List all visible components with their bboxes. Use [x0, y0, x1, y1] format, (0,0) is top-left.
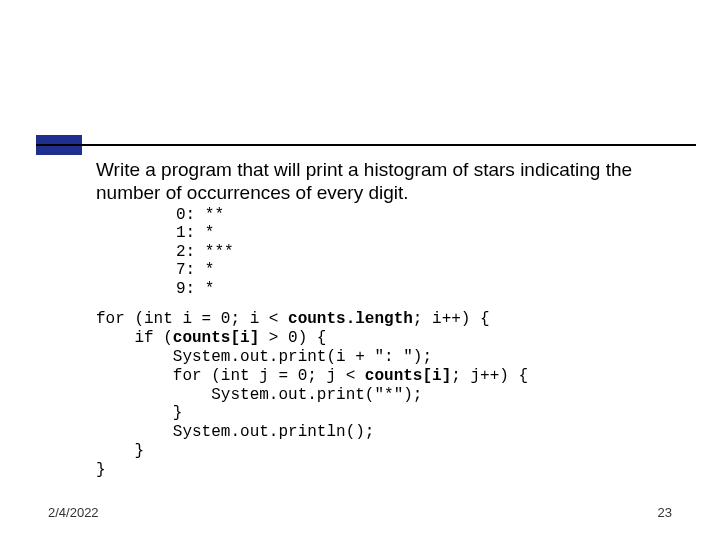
code-bold: counts[i] [173, 329, 259, 347]
hist-line: 9: * [176, 280, 214, 298]
code-line: for (int j = 0; j < counts[i]; j++) { [96, 367, 528, 385]
code-bold: counts[i] [365, 367, 451, 385]
hist-line: 2: *** [176, 243, 234, 261]
code-line: } [96, 461, 106, 479]
hist-line: 1: * [176, 224, 214, 242]
prompt-text: Write a program that will print a histog… [96, 158, 684, 204]
sample-output: 0: ** 1: * 2: *** 7: * 9: * [176, 206, 234, 298]
code-line: } [96, 442, 144, 460]
code-line: System.out.print("*"); [96, 386, 422, 404]
hist-line: 0: ** [176, 206, 224, 224]
code-line: System.out.print(i + ": "); [96, 348, 432, 366]
code-line: for (int i = 0; i < counts.length; i++) … [96, 310, 490, 328]
horizontal-rule [36, 144, 696, 146]
slide: Write a program that will print a histog… [0, 0, 720, 540]
footer-date: 2/4/2022 [48, 505, 99, 520]
footer-page-number: 23 [658, 505, 672, 520]
code-line: } [96, 404, 182, 422]
code-line: if (counts[i] > 0) { [96, 329, 326, 347]
code-block: for (int i = 0; i < counts.length; i++) … [96, 310, 528, 480]
code-bold: counts.length [288, 310, 413, 328]
hist-line: 7: * [176, 261, 214, 279]
code-line: System.out.println(); [96, 423, 374, 441]
